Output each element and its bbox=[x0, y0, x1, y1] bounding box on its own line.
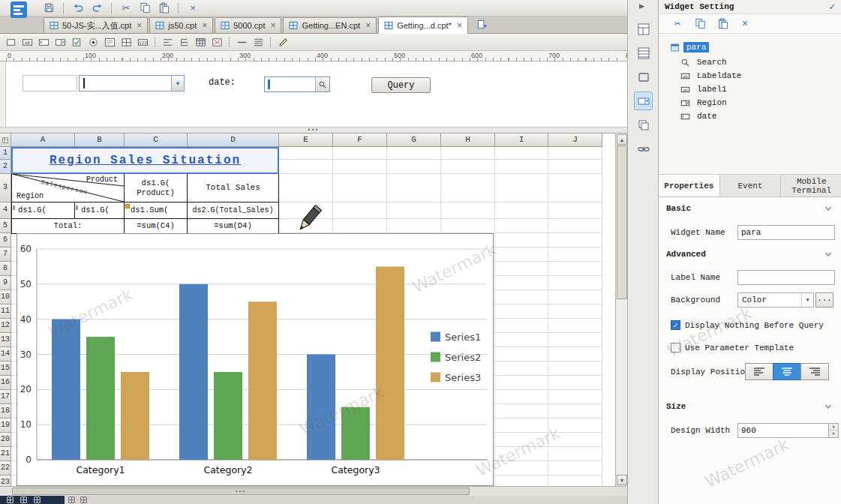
label-name-input[interactable] bbox=[737, 270, 835, 285]
date-picker-button[interactable] bbox=[315, 77, 329, 92]
dropdown-button[interactable]: ▼ bbox=[171, 76, 184, 91]
chevron-down-icon[interactable] bbox=[824, 204, 833, 213]
section-size[interactable]: Size bbox=[666, 402, 686, 411]
number-icon[interactable]: 123 bbox=[136, 35, 149, 49]
chevron-down-icon[interactable] bbox=[824, 402, 833, 411]
row-header-2[interactable]: 2 bbox=[0, 160, 11, 174]
tree-item-date[interactable]: date bbox=[659, 110, 841, 123]
column-header-C[interactable]: C bbox=[125, 134, 188, 147]
tab-report-3[interactable]: 5000.cpt × bbox=[215, 17, 281, 33]
tree-item-region[interactable]: Region bbox=[659, 96, 841, 110]
edit-icon[interactable] bbox=[276, 35, 290, 49]
align-right-button[interactable] bbox=[800, 363, 829, 380]
row-header-12[interactable]: 12 bbox=[0, 319, 11, 333]
cell-D3[interactable]: Total Sales bbox=[187, 173, 279, 202]
align-left-button[interactable] bbox=[745, 363, 773, 380]
cell-A4[interactable]: ds1.G( bbox=[11, 202, 75, 219]
align-icon[interactable] bbox=[161, 35, 174, 49]
horizontal-scroll-thumb[interactable]: ••• bbox=[12, 488, 470, 495]
sheet-horizontal-scrollbar[interactable]: ••• bbox=[0, 486, 615, 496]
link-icon[interactable] bbox=[634, 140, 653, 158]
label-widget[interactable] bbox=[23, 75, 77, 92]
report-block-icon[interactable] bbox=[634, 44, 653, 62]
rect-icon[interactable] bbox=[4, 35, 17, 49]
column-header-E[interactable]: E bbox=[279, 134, 333, 147]
align-center-button[interactable] bbox=[773, 363, 801, 380]
hline-icon[interactable] bbox=[235, 35, 248, 49]
tree-item-labeldate[interactable]: ab Labeldate bbox=[659, 69, 841, 82]
tab-close-icon[interactable]: × bbox=[365, 20, 371, 31]
tab-report-2[interactable]: js50.cpt × bbox=[149, 17, 213, 33]
chart-widget[interactable]: 0102030405060Category1Category2Category3… bbox=[17, 233, 494, 486]
cell-A5-merged[interactable]: Total: bbox=[11, 218, 125, 234]
row-header-13[interactable]: 13 bbox=[0, 333, 11, 347]
pane-splitter[interactable]: ••• bbox=[0, 127, 627, 134]
justify-icon[interactable] bbox=[251, 35, 265, 49]
row-header-9[interactable]: 9 bbox=[0, 276, 11, 290]
textfield-icon[interactable] bbox=[37, 35, 50, 49]
design-width-stepper[interactable]: ▲ ▼ bbox=[829, 423, 839, 438]
region-combobox-widget[interactable]: ▼ bbox=[79, 75, 185, 92]
white-grid-icon[interactable] bbox=[33, 496, 41, 504]
row-header-20[interactable]: 20 bbox=[0, 433, 11, 447]
radio-icon[interactable] bbox=[86, 35, 100, 49]
scroll-up-icon[interactable]: ▲ bbox=[617, 134, 627, 145]
tree-item-search[interactable]: Search bbox=[659, 56, 841, 69]
white-grid-icon[interactable] bbox=[6, 496, 14, 504]
sheet-corner[interactable] bbox=[0, 134, 11, 147]
white-grid-icon[interactable] bbox=[20, 496, 27, 504]
status-icons[interactable] bbox=[68, 496, 87, 504]
column-header-H[interactable]: H bbox=[441, 134, 495, 147]
tab-close-icon[interactable]: × bbox=[270, 20, 275, 31]
combobox-icon[interactable] bbox=[53, 35, 67, 49]
tab-event[interactable]: Event bbox=[720, 175, 782, 196]
save-icon[interactable] bbox=[42, 2, 56, 15]
tab-report-1[interactable]: 50-JS-实...入值.cpt × bbox=[44, 17, 148, 33]
stepper-down-icon[interactable]: ▼ bbox=[829, 430, 838, 437]
column-header-I[interactable]: I bbox=[495, 134, 548, 147]
view-mode-switcher[interactable] bbox=[0, 496, 65, 504]
confirm-check-icon[interactable]: ✓ bbox=[829, 1, 835, 13]
row-header-6[interactable]: 6 bbox=[0, 233, 11, 248]
layers-icon[interactable] bbox=[634, 116, 653, 134]
dark-grid-icon[interactable] bbox=[68, 496, 75, 504]
column-header-D[interactable]: D bbox=[188, 134, 279, 147]
column-header-F[interactable]: F bbox=[333, 134, 387, 147]
row-header-4[interactable]: 4 bbox=[0, 202, 11, 219]
undo-icon[interactable] bbox=[71, 2, 85, 15]
parameter-pane-designer[interactable]: ▼ date: Query bbox=[0, 62, 627, 127]
column-header-J[interactable]: J bbox=[548, 134, 602, 147]
vertical-scroll-thumb[interactable] bbox=[617, 146, 627, 299]
cells-area[interactable]: Region Sales Situation Product Salespers… bbox=[11, 147, 615, 486]
widget-name-input[interactable] bbox=[737, 225, 835, 240]
rect-widget-icon[interactable] bbox=[634, 68, 653, 86]
row-header-11[interactable]: 11 bbox=[0, 304, 11, 319]
tab-close-icon[interactable]: × bbox=[457, 20, 462, 31]
textarea-icon[interactable] bbox=[103, 35, 116, 49]
tab-report-5-active[interactable]: Getting...d.cpt* × bbox=[378, 16, 468, 34]
row-header-15[interactable]: 15 bbox=[0, 362, 11, 376]
scroll-down-icon[interactable]: ▼ bbox=[617, 475, 627, 485]
cell-diagonal-header[interactable]: Product Salesperson Region bbox=[11, 173, 125, 202]
design-width-input[interactable] bbox=[737, 423, 829, 438]
tab-close-icon[interactable]: × bbox=[137, 20, 142, 31]
chevron-down-icon[interactable]: ▼ bbox=[801, 293, 813, 307]
collapse-panel-icon[interactable]: ▶ bbox=[639, 2, 644, 10]
row-header-19[interactable]: 19 bbox=[0, 418, 11, 433]
row-header-18[interactable]: 18 bbox=[0, 404, 11, 418]
label-icon[interactable]: ab bbox=[20, 35, 34, 49]
column-header-A[interactable]: A bbox=[11, 134, 75, 147]
cell-D5[interactable]: =sum(D4) bbox=[187, 218, 279, 234]
row-header-7[interactable]: 7 bbox=[0, 248, 11, 262]
cell-B4[interactable]: ds1.G( bbox=[74, 202, 125, 219]
delete-icon[interactable]: × bbox=[738, 17, 752, 31]
cell-C5[interactable]: =sum(C4) bbox=[124, 218, 188, 234]
tree-item-label1[interactable]: ab label1 bbox=[659, 82, 841, 96]
row-header-8[interactable]: 8 bbox=[0, 262, 11, 276]
use-template-checkbox[interactable]: ✓ bbox=[671, 343, 680, 352]
redo-icon[interactable] bbox=[90, 2, 104, 15]
checkbox-icon[interactable] bbox=[70, 35, 83, 49]
stepper-up-icon[interactable]: ▲ bbox=[829, 424, 838, 430]
query-button[interactable]: Query bbox=[371, 77, 431, 93]
cut-icon[interactable]: ✂ bbox=[671, 17, 684, 31]
